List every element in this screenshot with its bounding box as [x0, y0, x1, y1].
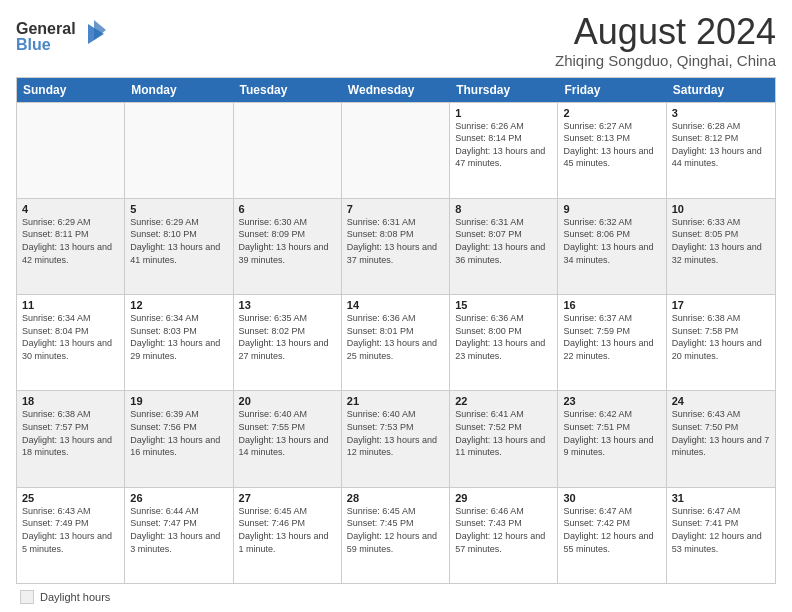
day-cell: 11Sunrise: 6:34 AM Sunset: 8:04 PM Dayli…: [17, 295, 125, 390]
day-cell: 29Sunrise: 6:46 AM Sunset: 7:43 PM Dayli…: [450, 488, 558, 583]
day-cell: 27Sunrise: 6:45 AM Sunset: 7:46 PM Dayli…: [234, 488, 342, 583]
day-number: 3: [672, 107, 770, 119]
day-number: 27: [239, 492, 336, 504]
day-cell: 13Sunrise: 6:35 AM Sunset: 8:02 PM Dayli…: [234, 295, 342, 390]
day-number: 17: [672, 299, 770, 311]
day-info: Sunrise: 6:34 AM Sunset: 8:03 PM Dayligh…: [130, 312, 227, 362]
day-info: Sunrise: 6:30 AM Sunset: 8:09 PM Dayligh…: [239, 216, 336, 266]
day-number: 14: [347, 299, 444, 311]
day-cell: 7Sunrise: 6:31 AM Sunset: 8:08 PM Daylig…: [342, 199, 450, 294]
day-number: 29: [455, 492, 552, 504]
day-number: 23: [563, 395, 660, 407]
weeks-container: 1Sunrise: 6:26 AM Sunset: 8:14 PM Daylig…: [17, 102, 775, 583]
day-number: 15: [455, 299, 552, 311]
day-cell: 8Sunrise: 6:31 AM Sunset: 8:07 PM Daylig…: [450, 199, 558, 294]
day-cell: 28Sunrise: 6:45 AM Sunset: 7:45 PM Dayli…: [342, 488, 450, 583]
day-header-monday: Monday: [125, 78, 233, 102]
day-cell: 30Sunrise: 6:47 AM Sunset: 7:42 PM Dayli…: [558, 488, 666, 583]
day-cell: 24Sunrise: 6:43 AM Sunset: 7:50 PM Dayli…: [667, 391, 775, 486]
day-cell: [342, 103, 450, 198]
day-number: 10: [672, 203, 770, 215]
page: General Blue August 2024 Zhiqing Songduo…: [0, 0, 792, 612]
day-info: Sunrise: 6:31 AM Sunset: 8:08 PM Dayligh…: [347, 216, 444, 266]
calendar: SundayMondayTuesdayWednesdayThursdayFrid…: [16, 77, 776, 584]
day-header-tuesday: Tuesday: [234, 78, 342, 102]
day-cell: [125, 103, 233, 198]
day-info: Sunrise: 6:38 AM Sunset: 7:58 PM Dayligh…: [672, 312, 770, 362]
day-cell: 31Sunrise: 6:47 AM Sunset: 7:41 PM Dayli…: [667, 488, 775, 583]
day-number: 2: [563, 107, 660, 119]
day-info: Sunrise: 6:45 AM Sunset: 7:46 PM Dayligh…: [239, 505, 336, 555]
day-number: 5: [130, 203, 227, 215]
day-headers-row: SundayMondayTuesdayWednesdayThursdayFrid…: [17, 78, 775, 102]
day-cell: 5Sunrise: 6:29 AM Sunset: 8:10 PM Daylig…: [125, 199, 233, 294]
day-number: 28: [347, 492, 444, 504]
day-info: Sunrise: 6:44 AM Sunset: 7:47 PM Dayligh…: [130, 505, 227, 555]
day-info: Sunrise: 6:43 AM Sunset: 7:50 PM Dayligh…: [672, 408, 770, 458]
day-info: Sunrise: 6:39 AM Sunset: 7:56 PM Dayligh…: [130, 408, 227, 458]
day-info: Sunrise: 6:43 AM Sunset: 7:49 PM Dayligh…: [22, 505, 119, 555]
day-cell: 9Sunrise: 6:32 AM Sunset: 8:06 PM Daylig…: [558, 199, 666, 294]
day-number: 16: [563, 299, 660, 311]
day-number: 13: [239, 299, 336, 311]
day-cell: [17, 103, 125, 198]
day-info: Sunrise: 6:29 AM Sunset: 8:11 PM Dayligh…: [22, 216, 119, 266]
day-cell: 15Sunrise: 6:36 AM Sunset: 8:00 PM Dayli…: [450, 295, 558, 390]
day-info: Sunrise: 6:37 AM Sunset: 7:59 PM Dayligh…: [563, 312, 660, 362]
legend-box: [20, 590, 34, 604]
location: Zhiqing Songduo, Qinghai, China: [555, 52, 776, 69]
day-number: 18: [22, 395, 119, 407]
day-header-friday: Friday: [558, 78, 666, 102]
day-number: 25: [22, 492, 119, 504]
day-cell: 19Sunrise: 6:39 AM Sunset: 7:56 PM Dayli…: [125, 391, 233, 486]
day-cell: [234, 103, 342, 198]
day-info: Sunrise: 6:45 AM Sunset: 7:45 PM Dayligh…: [347, 505, 444, 555]
day-header-sunday: Sunday: [17, 78, 125, 102]
header: General Blue August 2024 Zhiqing Songduo…: [16, 12, 776, 69]
day-number: 4: [22, 203, 119, 215]
day-info: Sunrise: 6:35 AM Sunset: 8:02 PM Dayligh…: [239, 312, 336, 362]
day-cell: 3Sunrise: 6:28 AM Sunset: 8:12 PM Daylig…: [667, 103, 775, 198]
day-info: Sunrise: 6:47 AM Sunset: 7:41 PM Dayligh…: [672, 505, 770, 555]
month-year: August 2024: [555, 12, 776, 52]
day-cell: 23Sunrise: 6:42 AM Sunset: 7:51 PM Dayli…: [558, 391, 666, 486]
day-info: Sunrise: 6:29 AM Sunset: 8:10 PM Dayligh…: [130, 216, 227, 266]
footer: Daylight hours: [16, 590, 776, 604]
logo-content: General Blue: [16, 16, 106, 62]
svg-marker-3: [94, 20, 106, 40]
day-number: 9: [563, 203, 660, 215]
day-info: Sunrise: 6:47 AM Sunset: 7:42 PM Dayligh…: [563, 505, 660, 555]
day-info: Sunrise: 6:27 AM Sunset: 8:13 PM Dayligh…: [563, 120, 660, 170]
day-cell: 21Sunrise: 6:40 AM Sunset: 7:53 PM Dayli…: [342, 391, 450, 486]
day-number: 30: [563, 492, 660, 504]
day-number: 20: [239, 395, 336, 407]
day-info: Sunrise: 6:36 AM Sunset: 8:01 PM Dayligh…: [347, 312, 444, 362]
day-info: Sunrise: 6:40 AM Sunset: 7:53 PM Dayligh…: [347, 408, 444, 458]
day-info: Sunrise: 6:42 AM Sunset: 7:51 PM Dayligh…: [563, 408, 660, 458]
day-number: 7: [347, 203, 444, 215]
logo-svg: General Blue: [16, 16, 106, 58]
day-cell: 10Sunrise: 6:33 AM Sunset: 8:05 PM Dayli…: [667, 199, 775, 294]
week-row-1: 1Sunrise: 6:26 AM Sunset: 8:14 PM Daylig…: [17, 102, 775, 198]
day-number: 11: [22, 299, 119, 311]
day-cell: 12Sunrise: 6:34 AM Sunset: 8:03 PM Dayli…: [125, 295, 233, 390]
day-cell: 14Sunrise: 6:36 AM Sunset: 8:01 PM Dayli…: [342, 295, 450, 390]
title-block: August 2024 Zhiqing Songduo, Qinghai, Ch…: [555, 12, 776, 69]
day-info: Sunrise: 6:28 AM Sunset: 8:12 PM Dayligh…: [672, 120, 770, 170]
day-info: Sunrise: 6:32 AM Sunset: 8:06 PM Dayligh…: [563, 216, 660, 266]
day-cell: 16Sunrise: 6:37 AM Sunset: 7:59 PM Dayli…: [558, 295, 666, 390]
day-cell: 18Sunrise: 6:38 AM Sunset: 7:57 PM Dayli…: [17, 391, 125, 486]
day-info: Sunrise: 6:38 AM Sunset: 7:57 PM Dayligh…: [22, 408, 119, 458]
day-header-thursday: Thursday: [450, 78, 558, 102]
day-info: Sunrise: 6:40 AM Sunset: 7:55 PM Dayligh…: [239, 408, 336, 458]
day-cell: 2Sunrise: 6:27 AM Sunset: 8:13 PM Daylig…: [558, 103, 666, 198]
svg-text:General: General: [16, 20, 76, 37]
day-cell: 6Sunrise: 6:30 AM Sunset: 8:09 PM Daylig…: [234, 199, 342, 294]
day-info: Sunrise: 6:34 AM Sunset: 8:04 PM Dayligh…: [22, 312, 119, 362]
day-cell: 25Sunrise: 6:43 AM Sunset: 7:49 PM Dayli…: [17, 488, 125, 583]
day-number: 26: [130, 492, 227, 504]
day-number: 31: [672, 492, 770, 504]
week-row-3: 11Sunrise: 6:34 AM Sunset: 8:04 PM Dayli…: [17, 294, 775, 390]
day-number: 1: [455, 107, 552, 119]
day-cell: 26Sunrise: 6:44 AM Sunset: 7:47 PM Dayli…: [125, 488, 233, 583]
